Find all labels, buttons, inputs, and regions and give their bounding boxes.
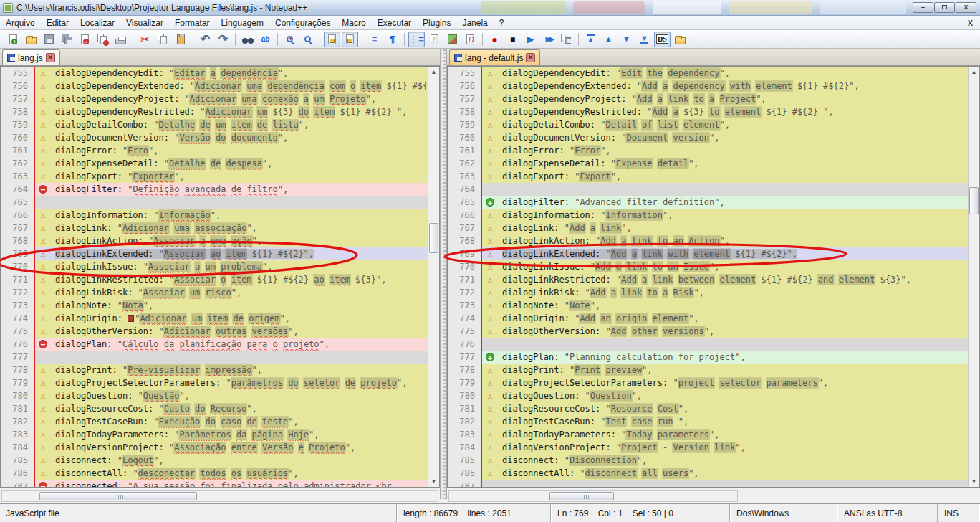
tab-close-icon[interactable]: ✕	[46, 53, 55, 62]
menu-item-formatar[interactable]: Formatar	[169, 16, 216, 29]
code-line[interactable]: 765+dialogFilter: "Advanced filter defin…	[448, 196, 968, 209]
code-line[interactable]: 784⚠dialogVersionProject: "Project - Ver…	[448, 441, 968, 454]
code-line[interactable]: 778⚠dialogPrint: "Print preview",	[448, 364, 968, 376]
code-line[interactable]: 764–dialogFilter: "Definição avançada de…	[1, 183, 428, 196]
menu-item-localizar[interactable]: Localizar	[75, 16, 120, 29]
code-line[interactable]: 780⚠dialogQuestion: "Questão",	[1, 389, 428, 402]
menu-item-plugins[interactable]: Plugins	[417, 16, 456, 29]
code-line[interactable]: 771⚠dialogLinkRestricted: "Associar o it…	[1, 273, 428, 286]
left-hscroll-thumb[interactable]	[39, 492, 197, 500]
code-line[interactable]: 760⚠dialogDocumentVersion: "Versão do do…	[1, 131, 428, 144]
code-line[interactable]: 781⚠dialogResourceCost: "Custo do Recurs…	[1, 402, 428, 415]
close-file-icon[interactable]: –	[77, 32, 93, 47]
scroll-up-icon[interactable]: ▲	[428, 67, 439, 77]
code-line[interactable]: 782⚠dialogTestCaseRun: "Execução do caso…	[1, 415, 428, 428]
code-line[interactable]: 766⚠dialogInformation: "Informação",	[1, 209, 428, 222]
code-line[interactable]: 777+dialogPlan: "Planning calculation fo…	[448, 351, 968, 364]
dspellcheck-icon[interactable]: DS	[654, 32, 671, 47]
scroll-down-icon[interactable]: ▼	[428, 476, 439, 487]
code-line[interactable]: 773⚠dialogNote: "Nota",	[1, 299, 428, 312]
menu-item-?[interactable]: ?	[494, 16, 510, 29]
menu-close-icon[interactable]: X	[961, 19, 980, 27]
code-line[interactable]: 759⚠dialogDetailCombo: "Detail of list e…	[448, 118, 968, 131]
code-line[interactable]: 756⚠dialogDependencyExtended: "Adicionar…	[1, 80, 428, 92]
code-line[interactable]: 781⚠dialogResourceCost: "Resource Cost",	[448, 402, 968, 415]
code-line[interactable]: 771⚠dialogLinkRestricted: "Add a link be…	[448, 273, 968, 286]
macro-save-icon[interactable]	[558, 32, 575, 47]
tab-close-icon[interactable]: ✕	[526, 53, 535, 62]
code-line[interactable]: 772⚠dialogLinkRisk: "Add a link to a Ris…	[448, 286, 968, 299]
code-line[interactable]: 774⚠dialogOrigin: "Adicionar um item de …	[1, 312, 428, 325]
left-horizontal-scrollbar[interactable]	[1, 490, 438, 502]
tab-lang-default-js[interactable]: lang - default.js ✕	[449, 49, 540, 65]
code-line[interactable]: 768⚠dialogLinkAction: "Associar a uma aç…	[1, 234, 428, 247]
code-line[interactable]: 772⚠dialogLinkRisk: "Associar um risco",	[1, 286, 428, 299]
zoom-in-icon[interactable]: +	[282, 32, 298, 47]
menu-item-visualizar[interactable]: Visualizar	[120, 16, 169, 29]
left-vscroll-thumb[interactable]	[429, 223, 438, 253]
menu-item-configuraes[interactable]: Configurações	[269, 16, 336, 29]
code-line[interactable]: 769⚠dialogLinkExtended: "Associar ao ite…	[1, 247, 428, 260]
code-line[interactable]: 766⚠dialogInformation: "Information",	[448, 209, 968, 222]
save-all-icon[interactable]	[59, 32, 75, 47]
code-line[interactable]: 776–dialogPlan: "Cálculo da planificação…	[1, 338, 428, 351]
macro-stop-icon[interactable]: ■	[504, 32, 521, 47]
macro-play-icon[interactable]: ▶	[522, 32, 539, 47]
redo-icon[interactable]: ↷	[215, 32, 231, 47]
menu-item-executar[interactable]: Executar	[372, 16, 417, 29]
code-line[interactable]: 762⚠dialogExpenseDetail: "Expense detail…	[448, 157, 968, 170]
document-map-icon[interactable]	[444, 32, 461, 47]
code-line[interactable]: 775⚠dialogOtherVersion: "Add other versi…	[448, 325, 968, 338]
compare-first-icon[interactable]: ▲	[582, 32, 599, 47]
scroll-down-icon[interactable]: ▼	[969, 476, 979, 487]
code-line[interactable]: 774⚠dialogOrigin: "Add an origin element…	[448, 312, 968, 325]
save-icon[interactable]	[41, 32, 57, 47]
code-line[interactable]: 769⚠dialogLinkExtended: "Add a link with…	[448, 247, 968, 260]
code-line[interactable]: 770⚠dialogLinkIssue: "Add a link to an I…	[448, 260, 968, 273]
code-line[interactable]: 755⚠dialogDependencyEdit: "Edit the depe…	[448, 67, 968, 80]
code-line[interactable]: 785⚠disconnect: "Logout",	[1, 454, 428, 467]
tab-lang-js[interactable]: lang.js ✕	[2, 49, 60, 65]
restore-button[interactable]	[934, 2, 955, 13]
left-editor-pane[interactable]: 755⚠dialogDependencyEdit: "Editar a depe…	[0, 66, 440, 488]
compare-prev-icon[interactable]: ▲	[600, 32, 617, 47]
left-vertical-scrollbar[interactable]: ▲ ▼	[428, 67, 439, 487]
code-line[interactable]: 763⚠dialogExport: "Exportar",	[1, 170, 428, 183]
pane-splitter[interactable]	[440, 49, 447, 499]
scroll-up-icon[interactable]: ▲	[969, 67, 979, 77]
replace-icon[interactable]: ab	[257, 32, 274, 47]
right-vscroll-thumb[interactable]	[969, 187, 979, 214]
code-line[interactable]: 760⚠dialogDocumentVersion: "Document ver…	[448, 131, 968, 144]
print-icon[interactable]	[112, 32, 129, 47]
menu-item-janela[interactable]: Janela	[456, 16, 493, 29]
function-list-icon[interactable]: D	[462, 32, 479, 47]
status-encoding[interactable]: ANSI as UTF-8	[838, 504, 938, 522]
show-indent-guide-icon[interactable]: ⋮≡	[408, 32, 425, 47]
code-line[interactable]: 784⚠dialogVersionProject: "Associação en…	[1, 441, 428, 454]
new-file-icon[interactable]: +	[5, 32, 21, 47]
code-line[interactable]: 761⚠dialogError: "Error",	[448, 144, 968, 157]
code-line[interactable]: 765	[1, 196, 428, 209]
code-line[interactable]: 759⚠dialogDetailCombo: "Detalhe de um it…	[1, 118, 428, 131]
compare-last-icon[interactable]: ▼	[636, 32, 653, 47]
code-line[interactable]: 783⚠dialogTodayParameters: "Parâmetros d…	[1, 428, 428, 441]
code-line[interactable]: 782⚠dialogTestCaseRun: "Test case run ",	[448, 415, 968, 428]
status-eol-format[interactable]: Dos\Windows	[731, 504, 838, 522]
code-line[interactable]: 778⚠dialogPrint: "Pré-visualizar impress…	[1, 364, 428, 376]
macro-record-icon[interactable]: ●	[486, 32, 503, 47]
code-line[interactable]: 783⚠dialogTodayParameters: "Today parame…	[448, 428, 968, 441]
right-hscroll-thumb[interactable]	[549, 492, 614, 500]
word-wrap-icon[interactable]: ≡	[366, 32, 383, 47]
code-line[interactable]: 757⚠dialogDependencyProject: "Adicionar …	[1, 92, 428, 105]
compare-next-icon[interactable]: ▼	[618, 32, 635, 47]
menu-item-macro[interactable]: Macro	[336, 16, 371, 29]
code-line[interactable]: 780⚠dialogQuestion: "Question",	[448, 389, 968, 402]
code-line[interactable]: 756⚠dialogDependencyExtended: "Add a dep…	[448, 80, 968, 92]
code-line[interactable]: 757⚠dialogDependencyProject: "Add a link…	[448, 92, 968, 105]
code-line[interactable]: 787–disconnected: "A sua sessão foi fina…	[1, 480, 428, 487]
right-editor-pane[interactable]: 755⚠dialogDependencyEdit: "Edit the depe…	[447, 66, 980, 488]
code-line[interactable]: 768⚠dialogLinkAction: "Add a link to an …	[448, 234, 968, 247]
zoom-out-icon[interactable]: –	[299, 32, 316, 47]
code-line[interactable]: 758⚠dialogDependencyRestricted: "Adicion…	[1, 105, 428, 118]
sync-vertical-scroll-icon[interactable]	[324, 32, 340, 47]
